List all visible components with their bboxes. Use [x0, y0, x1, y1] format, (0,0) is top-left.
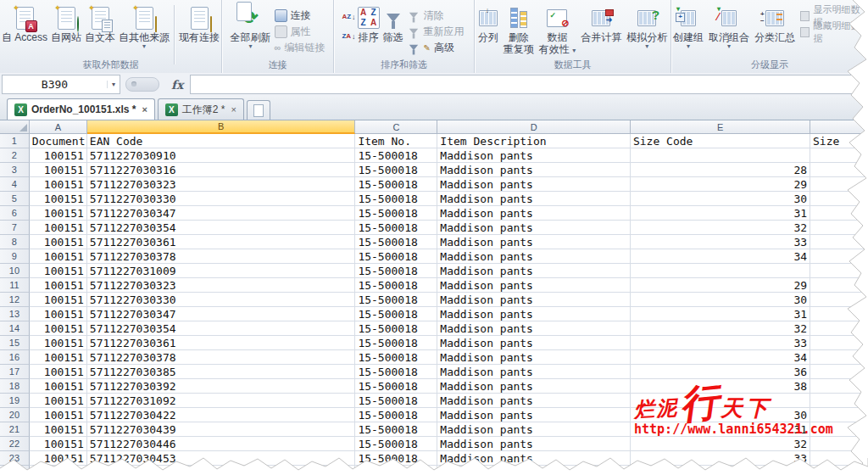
reapply-button[interactable]: 重新应用	[405, 25, 466, 38]
cell-C6[interactable]: 15-500018	[355, 206, 437, 221]
cell-F4[interactable]	[810, 177, 868, 192]
cell-E3[interactable]: 28	[631, 163, 810, 177]
cell-B13[interactable]: 5711227030347	[87, 307, 356, 321]
cell-F8[interactable]	[810, 235, 868, 249]
cell-C17[interactable]: 15-500018	[355, 365, 437, 379]
cell-B21[interactable]: 5711227030439	[87, 422, 356, 437]
close-tab-icon[interactable]: ×	[142, 104, 147, 115]
clear-filter-button[interactable]: 清除	[405, 8, 466, 22]
cell-F16[interactable]	[810, 350, 868, 365]
row-header-10[interactable]: 10	[0, 264, 30, 278]
row-header-17[interactable]: 17	[0, 365, 30, 379]
cell-B20[interactable]: 5711227030422	[87, 408, 356, 422]
cell-C21[interactable]: 15-500018	[355, 422, 437, 437]
sort-ascending-button[interactable]: AZ↓	[342, 10, 355, 23]
cell-B24[interactable]: 5711227030460	[87, 466, 356, 475]
row-header-8[interactable]: 8	[0, 235, 30, 249]
remove-duplicates-button[interactable]: 删除 重复项	[502, 3, 536, 56]
tab-orderno-100151[interactable]: X OrderNo_100151.xls * ×	[7, 98, 155, 120]
cell-B3[interactable]: 5711227030316	[87, 163, 356, 177]
cell-A15[interactable]: 100151	[30, 336, 87, 350]
row-header-2[interactable]: 2	[0, 148, 30, 163]
cell-F18[interactable]	[810, 379, 868, 394]
cell-E12[interactable]: 30	[631, 293, 810, 307]
cell-B15[interactable]: 5711227030361	[87, 336, 356, 350]
formula-input[interactable]	[190, 75, 868, 94]
cell-D18[interactable]: Maddison pants	[437, 379, 631, 394]
cell-C9[interactable]: 15-500018	[355, 249, 437, 264]
advanced-filter-button[interactable]: ✎ 高级	[405, 41, 466, 54]
cell-F5[interactable]	[810, 192, 868, 206]
existing-connections-button[interactable]: 现有连接	[177, 3, 221, 44]
cell-C13[interactable]: 15-500018	[355, 307, 437, 321]
cell-F3[interactable]	[810, 163, 868, 177]
cell-F7[interactable]	[810, 221, 868, 235]
cell-A2[interactable]: 100151	[30, 148, 87, 163]
cell-B11[interactable]: 5711227030323	[87, 278, 356, 293]
cell-D13[interactable]: Maddison pants	[437, 307, 631, 321]
cell-A22[interactable]: 100151	[30, 437, 87, 451]
cell-D16[interactable]: Maddison pants	[437, 350, 631, 365]
consolidate-button[interactable]: ➜ 合并计算	[579, 3, 623, 44]
cell-B16[interactable]: 5711227030378	[87, 350, 356, 365]
cell-F13[interactable]	[810, 307, 868, 321]
row-header-12[interactable]: 12	[0, 293, 30, 307]
cell-D17[interactable]: Maddison pants	[437, 365, 631, 379]
cell-F10[interactable]	[810, 264, 868, 278]
cell-E10[interactable]	[631, 264, 810, 278]
cell-D7[interactable]: Maddison pants	[437, 221, 631, 235]
cell-E17[interactable]: 36	[631, 365, 810, 379]
cell-E15[interactable]: 33	[631, 336, 810, 350]
row-header-14[interactable]: 14	[0, 321, 30, 336]
cell-D20[interactable]: Maddison pants	[437, 408, 631, 422]
filter-button[interactable]: 筛选	[381, 3, 405, 44]
cell-A12[interactable]: 100151	[30, 293, 87, 307]
row-header-4[interactable]: 4	[0, 177, 30, 192]
row-header-18[interactable]: 18	[0, 379, 30, 394]
cell-C23[interactable]: 15-500018	[355, 451, 437, 466]
cell-B6[interactable]: 5711227030347	[87, 206, 356, 221]
create-group-button[interactable]: + ▾ 创建组 ▾	[671, 3, 705, 51]
row-header-5[interactable]: 5	[0, 192, 30, 206]
cell-B17[interactable]: 5711227030385	[87, 365, 356, 379]
cell-C5[interactable]: 15-500018	[355, 192, 437, 206]
cell-B12[interactable]: 5711227030330	[87, 293, 356, 307]
fx-icon[interactable]: fx	[164, 78, 190, 92]
cell-D11[interactable]: Maddison pants	[437, 278, 631, 293]
cell-E13[interactable]: 31	[631, 307, 810, 321]
cell-F24[interactable]	[810, 466, 868, 475]
cell-F21[interactable]	[810, 422, 868, 437]
cell-E7[interactable]: 32	[631, 221, 810, 235]
cell-B14[interactable]: 5711227030354	[87, 321, 356, 336]
cell-B1[interactable]: EAN Code	[87, 134, 356, 148]
row-header-1[interactable]: 1	[0, 134, 30, 148]
cell-D2[interactable]: Maddison pants	[437, 148, 631, 163]
cell-F15[interactable]	[810, 336, 868, 350]
cell-E16[interactable]: 34	[631, 350, 810, 365]
cell-E23[interactable]: 33	[631, 451, 810, 466]
column-header-E[interactable]: E	[631, 120, 810, 134]
row-header-16[interactable]: 16	[0, 350, 30, 365]
cell-C11[interactable]: 15-500018	[355, 278, 437, 293]
cell-F2[interactable]	[810, 148, 868, 163]
column-header-C[interactable]: C	[355, 120, 437, 134]
cell-C14[interactable]: 15-500018	[355, 321, 437, 336]
cell-A5[interactable]: 100151	[30, 192, 87, 206]
cell-E24[interactable]: 34	[631, 466, 810, 475]
column-header-partial[interactable]	[810, 120, 868, 134]
cell-C7[interactable]: 15-500018	[355, 221, 437, 235]
cell-A19[interactable]: 100151	[30, 394, 87, 408]
row-header-3[interactable]: 3	[0, 163, 30, 177]
cell-A4[interactable]: 100151	[30, 177, 87, 192]
cell-D3[interactable]: Maddison pants	[437, 163, 631, 177]
column-header-A[interactable]: A	[30, 120, 87, 134]
close-tab-icon[interactable]: ×	[231, 104, 236, 115]
cell-F17[interactable]	[810, 365, 868, 379]
cell-C4[interactable]: 15-500018	[355, 177, 437, 192]
cell-C18[interactable]: 15-500018	[355, 379, 437, 394]
cell-C3[interactable]: 15-500018	[355, 163, 437, 177]
ungroup-button[interactable]: ⁄ ▾ 取消组合 ▾	[707, 3, 751, 51]
cell-E8[interactable]: 33	[631, 235, 810, 249]
cell-B8[interactable]: 5711227030361	[87, 235, 356, 249]
cell-A11[interactable]: 100151	[30, 278, 87, 293]
